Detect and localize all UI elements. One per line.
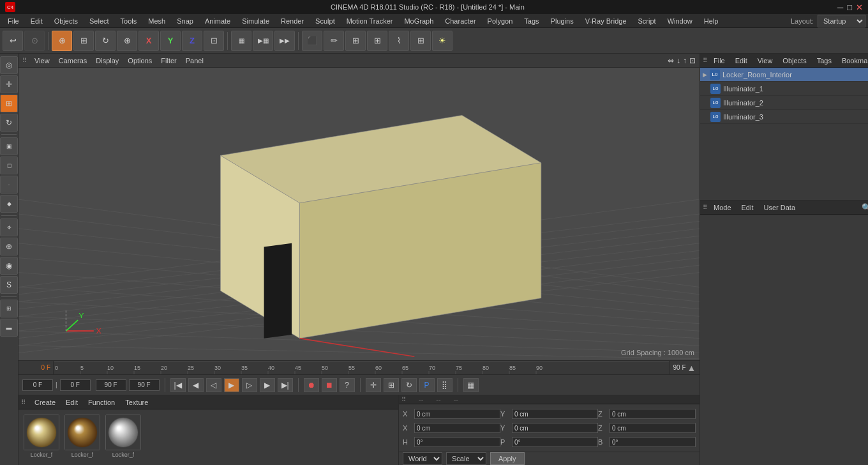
- array-button[interactable]: ⊞: [367, 31, 387, 51]
- lt-live-selection[interactable]: ◎: [0, 56, 18, 74]
- attr-mode-btn[interactable]: Mode: [710, 202, 735, 213]
- menu-snap[interactable]: Snap: [172, 16, 198, 26]
- lt-edge-mode[interactable]: ◻: [0, 156, 18, 174]
- record-button[interactable]: ⏺: [304, 378, 319, 392]
- obj-row-locker-room[interactable]: ▶ L0 Locker_Room_Interior ⊡ ·: [700, 68, 868, 82]
- coord-sx-input[interactable]: [414, 423, 500, 433]
- menu-character[interactable]: Character: [440, 16, 481, 26]
- mat-create-btn[interactable]: Create: [31, 397, 59, 408]
- layout-select[interactable]: Startup Standard: [818, 15, 865, 27]
- mat-edit-btn[interactable]: Edit: [62, 397, 82, 408]
- prev-key-button[interactable]: ◁: [206, 378, 221, 392]
- restore-button[interactable]: □: [847, 3, 852, 12]
- vp-menu-display[interactable]: Display: [92, 56, 123, 66]
- menu-file[interactable]: File: [3, 16, 24, 26]
- menu-vray[interactable]: V-Ray Bridge: [580, 16, 632, 26]
- attr-userdata-btn[interactable]: User Data: [760, 202, 800, 213]
- transform-mode-select[interactable]: Scale Move Rotate: [446, 452, 486, 465]
- lt-scale[interactable]: ⊞: [0, 95, 18, 112]
- pb-move-tool[interactable]: ✛: [366, 378, 381, 392]
- menu-edit[interactable]: Edit: [26, 16, 48, 26]
- menu-tools[interactable]: Tools: [116, 16, 142, 26]
- vp-menu-filter[interactable]: Filter: [157, 56, 180, 66]
- extrude-button[interactable]: ⊞: [345, 31, 366, 51]
- coord-b-input[interactable]: [610, 437, 696, 447]
- camera-button[interactable]: ⊞: [410, 31, 431, 51]
- play-button[interactable]: ▶: [224, 378, 239, 392]
- rotate-tool-button[interactable]: ↻: [95, 31, 116, 51]
- obj-row-illuminator-3[interactable]: L0 Illuminator_3 ⊡ ·: [700, 110, 868, 124]
- vp-up-icon[interactable]: ↑: [683, 56, 687, 65]
- pb-rotate-tool[interactable]: ↻: [401, 378, 417, 392]
- material-item-1[interactable]: Locker_f: [64, 415, 100, 458]
- world-button[interactable]: ⊡: [204, 31, 224, 51]
- vp-arrows-icon[interactable]: ⇔: [668, 56, 674, 65]
- lt-paint[interactable]: ◉: [0, 257, 18, 275]
- vp-menu-options[interactable]: Options: [124, 56, 156, 66]
- pb-fcurve-tool[interactable]: ⣿: [437, 378, 453, 392]
- coord-sy-input[interactable]: [512, 423, 598, 433]
- stop-record-button[interactable]: ⏹: [322, 378, 337, 392]
- obj-objects-btn[interactable]: Objects: [779, 56, 810, 66]
- lt-object-mode[interactable]: ◆: [0, 195, 18, 213]
- menu-window[interactable]: Window: [662, 16, 698, 26]
- cube-button[interactable]: ⬛: [302, 31, 322, 51]
- menu-mograph[interactable]: MoGraph: [399, 16, 438, 26]
- lt-rotate[interactable]: ↻: [0, 114, 18, 132]
- menu-mesh[interactable]: Mesh: [143, 16, 170, 26]
- move-tool-button[interactable]: ⊕: [52, 31, 72, 51]
- viewport-3d[interactable]: Perspective: [19, 68, 700, 360]
- lt-knife[interactable]: ⌖: [0, 218, 18, 236]
- scale-tool-button[interactable]: ⊞: [73, 31, 94, 51]
- timeline-expand-icon[interactable]: ▲: [687, 363, 696, 373]
- z-axis-button[interactable]: Z: [182, 31, 202, 51]
- redo-button[interactable]: ⊙: [24, 31, 45, 51]
- vp-down-icon[interactable]: ↓: [677, 56, 680, 65]
- obj-edit-btn[interactable]: Edit: [731, 56, 751, 66]
- pb-param-tool[interactable]: P: [419, 378, 435, 392]
- vp-menu-view[interactable]: View: [31, 56, 54, 66]
- goto-end-button[interactable]: ▶|: [278, 378, 293, 392]
- vp-maximize-icon[interactable]: ⊡: [689, 56, 696, 65]
- prev-frame-button[interactable]: ◀: [188, 378, 204, 392]
- undo-button[interactable]: ↩: [3, 31, 23, 51]
- close-button[interactable]: ✕: [856, 3, 863, 12]
- menu-script[interactable]: Script: [633, 16, 661, 26]
- menu-help[interactable]: Help: [699, 16, 724, 26]
- lt-point-mode[interactable]: ·: [0, 176, 18, 194]
- material-item-2[interactable]: Locker_f: [105, 415, 141, 458]
- pen-button[interactable]: ✏: [324, 31, 344, 51]
- lt-bridge[interactable]: ⊕: [0, 238, 18, 255]
- render-region-button[interactable]: ▦: [231, 31, 251, 51]
- menu-tags[interactable]: Tags: [519, 16, 544, 26]
- playback-current-input[interactable]: [60, 379, 91, 391]
- auto-key-button[interactable]: ?: [340, 378, 355, 392]
- menu-objects[interactable]: Objects: [49, 16, 83, 26]
- lt-snap[interactable]: ⊞: [0, 300, 18, 317]
- obj-view-btn[interactable]: View: [754, 56, 777, 66]
- coord-y-input[interactable]: [512, 409, 598, 419]
- coord-p-input[interactable]: [512, 437, 598, 447]
- next-frame-button[interactable]: ▶: [260, 378, 275, 392]
- attr-search-icon[interactable]: 🔍: [860, 202, 868, 213]
- y-axis-button[interactable]: Y: [160, 31, 181, 51]
- playback-end-input[interactable]: [96, 379, 126, 391]
- menu-polygon[interactable]: Polygon: [483, 16, 518, 26]
- goto-start-button[interactable]: |◀: [170, 378, 186, 392]
- timeline-area[interactable]: 0 F 0 5 10 15 20 25 30 35: [19, 360, 700, 374]
- obj-tags-btn[interactable]: Tags: [813, 56, 835, 66]
- menu-animate[interactable]: Animate: [200, 16, 236, 26]
- lt-magnet[interactable]: S: [0, 276, 18, 294]
- lt-floor[interactable]: ▬: [0, 319, 18, 337]
- light-button[interactable]: ☀: [432, 31, 453, 51]
- coord-sz-input[interactable]: [610, 423, 696, 433]
- lt-polygon-mode[interactable]: ▣: [0, 137, 18, 155]
- next-key-button[interactable]: ▷: [242, 378, 257, 392]
- coord-h-input[interactable]: [414, 437, 500, 447]
- render-active-button[interactable]: ▶▦: [253, 31, 273, 51]
- apply-button[interactable]: Apply: [490, 452, 525, 465]
- vp-menu-cameras[interactable]: Cameras: [55, 56, 91, 66]
- playback-frame-input[interactable]: [129, 379, 160, 391]
- timeline-ruler[interactable]: 0 5 10 15 20 25 30 35 40 45 50 55 60 65: [54, 361, 669, 374]
- menu-render[interactable]: Render: [276, 16, 309, 26]
